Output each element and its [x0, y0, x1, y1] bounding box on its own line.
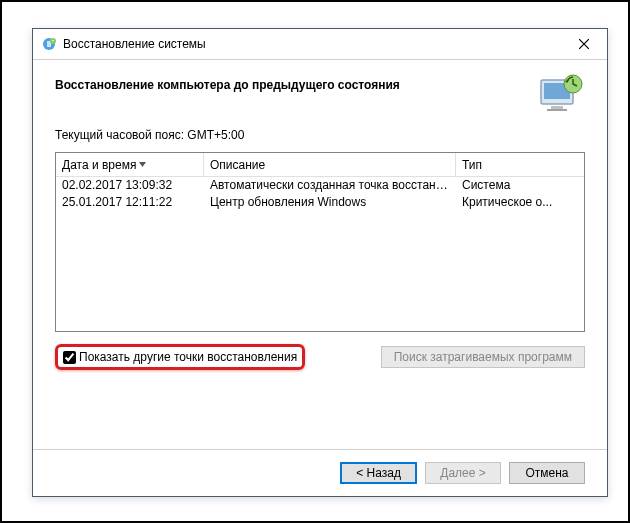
svg-rect-5	[551, 106, 563, 109]
dialog-footer: < Назад Далее > Отмена	[33, 449, 607, 496]
table-body: 02.02.2017 13:09:32 Автоматически создан…	[56, 177, 584, 211]
restore-points-table[interactable]: Дата и время Описание Тип 02.02.2017 13:…	[55, 152, 585, 332]
cancel-button[interactable]: Отмена	[509, 462, 585, 484]
table-row[interactable]: 02.02.2017 13:09:32 Автоматически создан…	[56, 177, 584, 194]
dialog-header: Восстановление компьютера до предыдущего…	[33, 60, 607, 128]
svg-rect-6	[547, 109, 567, 111]
screenshot-frame: Восстановление системы Восстановление ко…	[0, 0, 630, 523]
system-restore-dialog: Восстановление системы Восстановление ко…	[32, 28, 608, 497]
table-row[interactable]: 25.01.2017 12:11:22 Центр обновления Win…	[56, 194, 584, 211]
page-title: Восстановление компьютера до предыдущего…	[55, 74, 537, 92]
system-restore-icon	[41, 36, 57, 52]
titlebar: Восстановление системы	[33, 29, 607, 59]
cell-date: 25.01.2017 12:11:22	[56, 194, 204, 211]
scan-affected-programs-button[interactable]: Поиск затрагиваемых программ	[381, 346, 585, 368]
cell-type: Критическое о...	[456, 194, 584, 211]
dialog-content: Текущий часовой пояс: GMT+5:00 Дата и вр…	[33, 128, 607, 449]
column-header-type[interactable]: Тип	[456, 153, 584, 176]
restore-monitor-icon	[537, 74, 585, 118]
close-button[interactable]	[561, 29, 607, 59]
table-header: Дата и время Описание Тип	[56, 153, 584, 177]
show-more-points-highlight: Показать другие точки восстановления	[55, 344, 305, 370]
cell-desc: Автоматически созданная точка восстановл…	[204, 177, 456, 194]
back-button[interactable]: < Назад	[340, 462, 417, 484]
show-more-points-checkbox[interactable]	[63, 351, 76, 364]
cell-date: 02.02.2017 13:09:32	[56, 177, 204, 194]
column-header-date[interactable]: Дата и время	[56, 153, 204, 176]
show-more-points-label[interactable]: Показать другие точки восстановления	[79, 350, 297, 364]
column-type-label: Тип	[462, 158, 482, 172]
column-date-label: Дата и время	[62, 158, 136, 172]
next-button[interactable]: Далее >	[425, 462, 501, 484]
window-title: Восстановление системы	[63, 37, 561, 51]
cell-type: Система	[456, 177, 584, 194]
cell-desc: Центр обновления Windows	[204, 194, 456, 211]
column-header-description[interactable]: Описание	[204, 153, 456, 176]
column-desc-label: Описание	[210, 158, 265, 172]
timezone-label: Текущий часовой пояс: GMT+5:00	[55, 128, 585, 142]
sort-desc-icon	[139, 162, 146, 167]
options-row: Показать другие точки восстановления Пои…	[55, 344, 585, 370]
